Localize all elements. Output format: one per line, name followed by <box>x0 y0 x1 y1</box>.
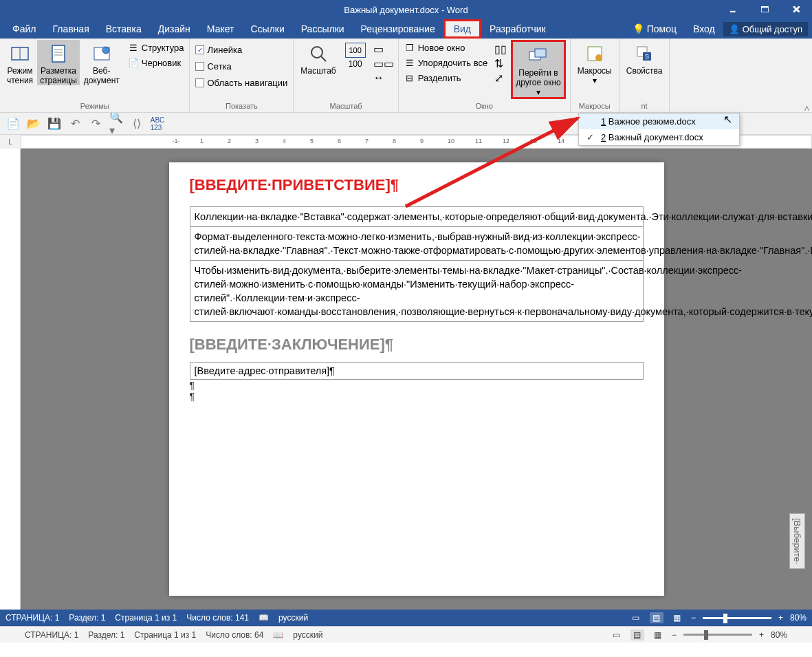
reset-position-icon[interactable]: ⤢ <box>494 72 507 85</box>
outline-icon: ☰ <box>128 42 139 53</box>
web-layout-icon[interactable]: ▦ <box>651 629 665 640</box>
table-cell-1[interactable]: Коллекции·на·вкладке·"Вставка"·содержат·… <box>190 207 643 226</box>
checkbox-empty-icon <box>195 78 204 87</box>
zoom-in-button[interactable]: + <box>778 613 783 623</box>
qat-preview-icon[interactable]: 🔍▾ <box>110 118 122 130</box>
new-window-button[interactable]: ❐Новое окно <box>403 40 489 55</box>
paragraph-mark[interactable]: ¶ <box>190 380 644 391</box>
status-words[interactable]: Число слов: 64 <box>206 630 263 640</box>
spellcheck-icon[interactable]: 📖 <box>273 630 283 640</box>
status-language[interactable]: русский <box>278 613 308 623</box>
zoom-in-button[interactable]: + <box>759 630 764 640</box>
zoom-slider[interactable] <box>683 634 752 636</box>
qat-spellcheck-icon[interactable]: ABC123 <box>151 118 164 130</box>
status-language[interactable]: русский <box>293 630 322 640</box>
qat-save-icon[interactable]: 💾 <box>48 118 61 130</box>
ruler-checkbox[interactable]: ✓Линейка <box>194 43 243 56</box>
zoom-out-button[interactable]: − <box>672 630 677 640</box>
zoom-100-button[interactable]: 100 100 <box>340 40 371 69</box>
svg-point-8 <box>311 47 322 58</box>
read-mode-icon[interactable]: ▭ <box>629 612 643 623</box>
status-section[interactable]: Раздел: 1 <box>88 630 124 640</box>
bulb-icon: 💡 <box>633 23 644 34</box>
zoom-button[interactable]: Масштаб <box>298 40 338 76</box>
cursor-icon: ↖ <box>723 113 732 126</box>
group-label-sharepoint: nt <box>624 100 666 112</box>
status-section[interactable]: Раздел: 1 <box>69 613 105 623</box>
maximize-button[interactable]: 🗖 <box>749 0 780 19</box>
qat-field-icon[interactable]: ⟨⟩ <box>131 118 143 130</box>
sharepoint-icon: S <box>633 43 655 65</box>
web-layout-button[interactable]: Веб- документ <box>81 40 122 85</box>
print-layout-icon[interactable]: ▤ <box>630 629 644 640</box>
ribbon-group-zoom: Масштаб 100 100 ▭ ▭▭ ↔ Масштаб <box>294 39 398 112</box>
status-page[interactable]: СТРАНИЦА: 1 <box>25 630 78 640</box>
read-mode-button[interactable]: Режим чтения <box>4 40 36 85</box>
zoom-level[interactable]: 80% <box>771 630 787 640</box>
split-button[interactable]: ⊟Разделить <box>403 70 489 85</box>
read-mode-icon[interactable]: ▭ <box>610 629 624 640</box>
status-pages[interactable]: Страница 1 из 1 <box>134 630 196 640</box>
side-by-side-icon[interactable]: ▯▯ <box>494 43 507 56</box>
arrange-all-button[interactable]: ☰Упорядочить все <box>403 55 489 70</box>
tab-insert[interactable]: Вставка <box>98 19 150 39</box>
sender-address[interactable]: [Введите·адрес·отправителя]¶ <box>190 362 644 380</box>
document-page[interactable]: [ВВЕДИТЕ·ПРИВЕТСТВИЕ]¶ Коллекции·на·вкла… <box>169 162 664 596</box>
web-layout-icon[interactable]: ▦ <box>670 612 684 623</box>
status-page[interactable]: СТРАНИЦА: 1 <box>6 613 59 623</box>
zoom-slider[interactable] <box>703 617 771 619</box>
tab-file[interactable]: Файл <box>4 19 44 39</box>
signin-button[interactable]: Вход <box>685 23 723 34</box>
status-words[interactable]: Число слов: 141 <box>186 613 249 623</box>
tab-home[interactable]: Главная <box>44 19 97 39</box>
collapse-ribbon-icon[interactable]: ᐱ <box>804 105 809 112</box>
window-option-1[interactable]: 1 Важное резюме.docx <box>579 114 739 129</box>
print-layout-button[interactable]: Разметка страницы <box>37 40 80 85</box>
svg-rect-2 <box>52 45 65 62</box>
gridlines-checkbox[interactable]: Сетка <box>194 59 232 73</box>
macros-button[interactable]: Макросы ▾ <box>575 40 615 85</box>
table-cell-3[interactable]: Чтобы·изменить·вид·документа,·выберите·э… <box>190 260 643 321</box>
zoom-out-button[interactable]: − <box>691 613 696 623</box>
status-pages[interactable]: Страница 1 из 1 <box>115 613 177 623</box>
qat-redo-icon[interactable]: ↷ <box>89 118 102 130</box>
one-page-icon[interactable]: ▭ <box>373 43 394 56</box>
qat-open-icon[interactable]: 📂 <box>28 118 40 130</box>
qat-undo-icon[interactable]: ↶ <box>69 118 81 130</box>
svg-line-9 <box>321 56 326 61</box>
spellcheck-icon[interactable]: 📖 <box>259 613 269 623</box>
switch-windows-button[interactable]: Перейти в другое окно ▾ <box>511 40 566 99</box>
ribbon-group-modes: Режим чтения Разметка страницы Веб- доку… <box>0 39 190 112</box>
document-scroll[interactable]: [ВВЕДИТЕ·ПРИВЕТСТВИЕ]¶ Коллекции·на·вкла… <box>21 149 812 610</box>
sync-scroll-icon[interactable]: ⇅ <box>494 57 507 70</box>
zoom-level[interactable]: 80% <box>790 613 806 623</box>
outline-button[interactable]: ☰Структура <box>127 40 186 55</box>
tab-layout[interactable]: Макет <box>199 19 243 39</box>
properties-button[interactable]: S Свойства <box>624 40 666 76</box>
paragraph-mark[interactable]: ¶ <box>190 391 644 402</box>
print-layout-icon[interactable]: ▤ <box>650 612 663 623</box>
help-button[interactable]: 💡 Помоц <box>624 23 685 34</box>
side-placeholder-tab[interactable]: [Выберите· <box>789 513 805 569</box>
conclusion-placeholder[interactable]: [ВВЕДИТЕ·ЗАКЛЮЧЕНИЕ]¶ <box>190 336 644 354</box>
tab-review[interactable]: Рецензирование <box>353 19 443 39</box>
draft-button[interactable]: 📄Черновик <box>127 55 186 70</box>
qat-new-icon[interactable]: 📄 <box>7 118 19 130</box>
group-label-window: Окно <box>403 100 566 112</box>
ruler-corner[interactable]: L <box>0 135 21 149</box>
tab-design[interactable]: Дизайн <box>150 19 199 39</box>
greeting-placeholder[interactable]: [ВВЕДИТЕ·ПРИВЕТСТВИЕ]¶ <box>190 176 644 194</box>
table-cell-2[interactable]: Формат·выделенного·текста·можно·легко·из… <box>190 226 643 260</box>
ruler-vertical[interactable] <box>0 149 21 610</box>
window-option-2[interactable]: ✓ 2 Важный документ.docx <box>579 129 739 145</box>
close-button[interactable]: 🗙 <box>780 0 812 19</box>
tab-developer[interactable]: Разработчик <box>481 19 554 39</box>
tab-mailings[interactable]: Рассылки <box>293 19 353 39</box>
share-button[interactable]: 👤Общий доступ <box>723 22 808 36</box>
page-width-icon[interactable]: ↔ <box>373 72 394 84</box>
multi-page-icon[interactable]: ▭▭ <box>373 57 394 70</box>
nav-pane-checkbox[interactable]: Область навигации <box>194 76 289 89</box>
tab-references[interactable]: Ссылки <box>242 19 292 39</box>
minimize-button[interactable]: 🗕 <box>717 0 749 19</box>
tab-view[interactable]: Вид <box>443 19 481 39</box>
